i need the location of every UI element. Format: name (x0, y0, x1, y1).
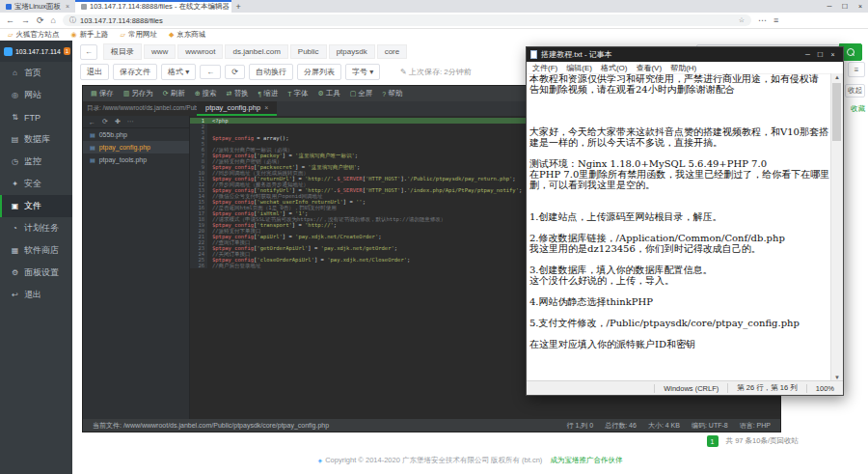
notepad-menu-item[interactable]: 查看(V) (636, 63, 662, 73)
sidebar-item[interactable]: ◷监控 (0, 151, 72, 173)
site-info-icon[interactable]: ⓘ (69, 15, 76, 25)
pagination-item[interactable]: 共 97 条 (726, 436, 753, 445)
tab-close-icon[interactable]: × (264, 104, 268, 111)
favorite-link[interactable]: 收藏 (851, 104, 865, 114)
bookmark-item[interactable]: ▱常用网址 (121, 30, 157, 40)
collapse-button[interactable]: 收起 (845, 84, 865, 98)
editor-toolbar-button[interactable]: ⟳刷新 (163, 89, 185, 98)
editor-toolbar-button[interactable]: ?帮助 (382, 89, 402, 98)
bookmark-item[interactable]: ▱火狐官方站点 (8, 30, 59, 40)
url-bar[interactable]: ⓘ 103.147.17.114:8888/files ☆ (63, 14, 751, 26)
toolbar-button[interactable]: 格式 ▾ (161, 64, 196, 80)
bookmark-item-label: 新手上路 (80, 30, 109, 40)
tree-tool-icon[interactable]: ← (89, 119, 95, 125)
tab-editor[interactable]: 103.147.17.114:8888/files - 在线文本编辑器 × (75, 0, 231, 13)
editor-toolbar-button-label: 保存 (99, 89, 114, 98)
sidebar-item[interactable]: ↩退出 (0, 284, 72, 306)
file-tree-item[interactable]: ▤ptpay_tools.php (83, 153, 189, 166)
breadcrumb-item[interactable]: 根目录 (103, 43, 142, 60)
file-tree-item-label: ptpay_config.php (99, 144, 150, 151)
editor-toolbar-button[interactable]: ▢全屏 (350, 89, 373, 98)
scroll-up-icon[interactable]: ▲ (831, 74, 843, 80)
editor-toolbar-button-label: 刷新 (171, 89, 185, 98)
list-menu-icon[interactable]: ≡ (848, 62, 865, 77)
toolbar-button[interactable]: ⟳ (225, 65, 245, 79)
tab-close-icon[interactable]: × (66, 3, 69, 10)
sidebar-item[interactable]: ▦软件商店 (0, 239, 72, 262)
breadcrumb-item[interactable]: www (144, 44, 176, 59)
pagination-item[interactable]: 回收站 (777, 436, 800, 445)
sidebar-item-label: FTP (24, 113, 41, 123)
screen: 宝塔Linux面板 × 103.147.17.114:8888/files - … (0, 0, 868, 474)
tree-tool-icon[interactable]: ⋯ (127, 118, 134, 125)
back-icon[interactable]: ← (6, 16, 14, 25)
toolbar-button[interactable]: 自动换行 (249, 64, 293, 80)
editor-toolbar-button[interactable]: ¶缩进 (258, 89, 278, 98)
maximize-icon[interactable]: ☐ (837, 3, 853, 11)
notepad-menu-item[interactable]: 编辑(E) (566, 63, 592, 73)
notepad-menu-item[interactable]: 文件(F) (532, 63, 557, 73)
editor-toolbar-button[interactable]: ⊕搜索 (195, 89, 217, 98)
tree-tool-icon[interactable]: ✚ (115, 118, 121, 125)
sidebar-item-label: 面板设置 (24, 266, 59, 279)
maximize-icon[interactable]: ☐ (814, 51, 827, 59)
bookmark-item[interactable]: ◆京东商城 (169, 30, 205, 40)
new-tab-button[interactable]: + (231, 0, 245, 13)
editor-toolbar-button[interactable]: ⚙工具 (317, 89, 339, 98)
toolbar-button[interactable]: 分屏列表 (297, 64, 341, 80)
breadcrumb-item[interactable]: Public (290, 44, 327, 59)
notepad-menu-item[interactable]: 格式(O) (601, 63, 628, 73)
minimize-icon[interactable]: ─ (801, 51, 814, 59)
minimize-icon[interactable]: ─ (822, 3, 837, 10)
editor-toolbar-button[interactable]: ▤保存 (91, 89, 114, 98)
message-badge[interactable]: 1 (64, 47, 70, 55)
editor-toolbar-button[interactable]: ▥另存为 (123, 89, 153, 98)
tab-panel[interactable]: 宝塔Linux面板 × (0, 0, 75, 13)
sidebar-item[interactable]: ⌂首页 (0, 62, 72, 84)
language: 语言: PHP (740, 421, 771, 431)
editor-file-tab[interactable]: ptpay_config.php × (197, 101, 277, 116)
menu-icon[interactable]: ≡ (773, 16, 778, 25)
file-tree-item[interactable]: ▤055b.php (83, 128, 189, 141)
breadcrumb-item[interactable]: core (377, 44, 408, 59)
close-icon[interactable]: × (827, 51, 839, 59)
editor-toolbar-button[interactable]: ⇄替换 (227, 89, 249, 98)
page-footer: ◈Copyright © 2014-2020 广东堡塔安全技术有限公司 版权所有… (72, 456, 868, 465)
forward-icon[interactable]: → (21, 16, 30, 25)
scrollbar-thumb[interactable] (832, 83, 841, 141)
close-icon[interactable]: × (853, 3, 868, 10)
breadcrumb-item[interactable]: wwwroot (177, 44, 223, 59)
editor-toolbar-button[interactable]: T字体 (287, 89, 308, 98)
notepad-text[interactable]: 本教程和资源仅供学习和研究使用，严禁进行商业用途，如有侵权请 告知删除视频，请在… (529, 73, 830, 381)
sidebar-item[interactable]: ⇅FTP (0, 106, 72, 128)
tree-tool-icon[interactable]: ⟳ (102, 118, 108, 125)
panel-header[interactable]: 103.147.17.114 1 (0, 41, 72, 62)
notepad-titlebar[interactable]: 搭建教程.txt - 记事本 ─ ☐ × (527, 47, 843, 62)
toolbar-button[interactable]: 退出 (80, 64, 109, 80)
sidebar-item[interactable]: ◔计划任务 (0, 217, 72, 239)
sidebar-item[interactable]: ▤数据库 (0, 128, 72, 151)
file-tree-item[interactable]: ▤ptpay_config.php (83, 141, 189, 153)
sidebar-item[interactable]: ⚙面板设置 (0, 262, 72, 284)
breadcrumb-item[interactable]: ds.janbel.com (225, 44, 287, 59)
back-button[interactable]: ← (80, 44, 97, 60)
toolbar-button[interactable]: 字号 ▾ (345, 64, 380, 80)
pagination-item[interactable]: 10条/页 (752, 436, 776, 445)
toolbar-button[interactable]: ← (200, 65, 221, 79)
toolbar-button[interactable]: 保存文件 (113, 64, 157, 80)
notepad-menu-item[interactable]: 帮助(H) (670, 63, 696, 73)
bookmark-item[interactable]: ◉新手上路 (70, 30, 108, 40)
more-icon[interactable]: ⋯ (758, 16, 767, 25)
bookmark-star-icon[interactable]: ☆ (739, 16, 745, 24)
home-icon[interactable]: ⌂ (51, 16, 56, 25)
sidebar-item[interactable]: ✦安全 (0, 173, 72, 195)
breadcrumb-item[interactable]: ptpaysdk (329, 44, 375, 59)
sidebar-item[interactable]: ▣文件 (0, 195, 72, 217)
sidebar-item[interactable]: ◎网站 (0, 84, 72, 106)
reload-icon[interactable]: ⟳ (37, 16, 44, 25)
notepad-scrollbar[interactable]: ▲ ▼ (830, 73, 843, 381)
partner-link[interactable]: 成为宝塔推广合作伙伴 (550, 456, 622, 464)
sidebar-item-icon: ◔ (11, 224, 19, 233)
page-number[interactable]: 1 (707, 435, 719, 447)
sidebar-item-label: 网站 (24, 89, 41, 101)
